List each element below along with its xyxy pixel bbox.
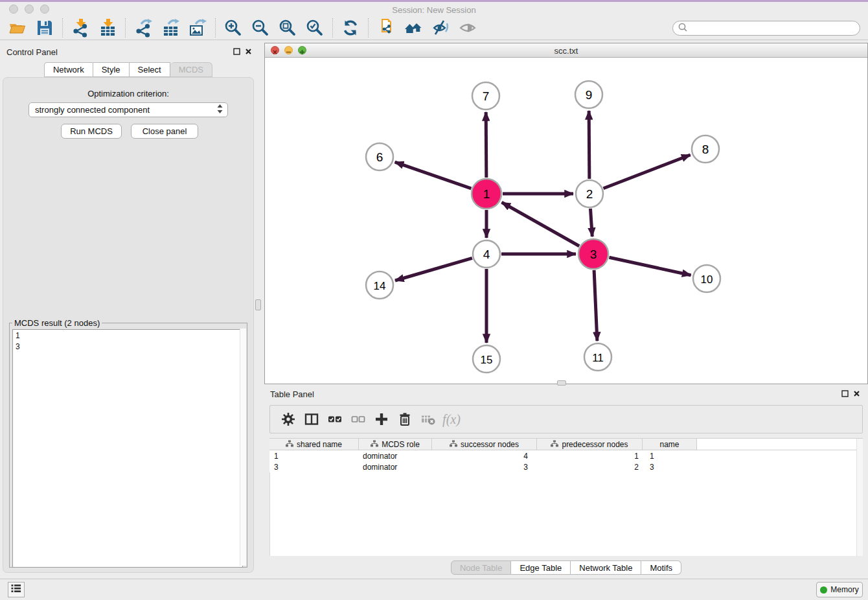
export-network-icon[interactable] [132, 17, 154, 39]
zoom-fit-icon[interactable] [277, 17, 299, 39]
graph-edge-1-7[interactable] [486, 112, 486, 178]
vertical-splitter-handle[interactable] [255, 299, 261, 310]
graph-edge-4-14[interactable] [395, 258, 472, 281]
hide-graphics-icon[interactable] [429, 17, 451, 39]
graph-node-11[interactable]: 11 [584, 343, 611, 371]
graph-edge-3-11[interactable] [594, 270, 597, 341]
zoom-out-icon[interactable] [249, 17, 271, 39]
function-builder-icon[interactable]: f(x) [440, 410, 463, 429]
cell-shared-name[interactable]: 3 [269, 461, 359, 472]
cell-name[interactable]: 3 [643, 461, 697, 472]
tab-mcds[interactable]: MCDS [170, 62, 212, 77]
close-panel-icon[interactable] [244, 47, 253, 56]
float-panel-icon[interactable] [233, 47, 241, 56]
memory-button[interactable]: Memory [816, 582, 863, 597]
tab-select[interactable]: Select [130, 62, 170, 77]
split-view-icon[interactable] [300, 410, 323, 429]
svg-text:15: 15 [481, 354, 493, 366]
tab-node-table[interactable]: Node Table [451, 560, 512, 575]
delete-column-icon[interactable] [417, 410, 440, 429]
cell-MCDS-role[interactable]: dominator [359, 461, 432, 472]
node-table: shared nameMCDS rolesuccessor nodesprede… [269, 438, 863, 472]
gear-icon[interactable] [277, 410, 300, 429]
column-header-label: shared name [297, 440, 342, 449]
save-icon[interactable] [34, 17, 56, 39]
function-builder-icon[interactable]: f(x) [442, 412, 461, 427]
table-row[interactable]: 1dominator411 [269, 450, 863, 461]
graph-node-7[interactable]: 7 [472, 82, 499, 110]
graph-node-8[interactable]: 8 [692, 135, 719, 163]
cell-successor-nodes[interactable]: 3 [432, 461, 537, 472]
close-panel-button[interactable]: Close panel [131, 124, 198, 139]
task-history-button[interactable] [8, 582, 25, 597]
close-table-panel-icon[interactable] [852, 389, 861, 398]
graph-node-14[interactable]: 14 [366, 271, 393, 299]
float-table-panel-icon[interactable] [841, 389, 849, 398]
svg-text:6: 6 [376, 150, 383, 164]
toolbar-separator [125, 18, 126, 38]
export-table-icon[interactable] [159, 17, 181, 39]
network-window-titlebar[interactable]: scc.txt [265, 43, 867, 58]
toolbar-separator [215, 18, 216, 38]
column-header-label: successor nodes [461, 440, 519, 449]
column-header-MCDS-role[interactable]: MCDS role [359, 439, 432, 450]
graph-node-9[interactable]: 9 [575, 81, 602, 108]
graph-edge-2-3[interactable] [590, 209, 592, 237]
delete-rows-icon[interactable] [393, 410, 417, 429]
cell-successor-nodes[interactable]: 4 [432, 450, 537, 461]
cell-shared-name[interactable]: 1 [269, 450, 359, 461]
tab-motifs[interactable]: Motifs [641, 560, 681, 575]
column-header-name[interactable]: name [643, 439, 697, 450]
network-canvas[interactable]: 7968124314101511 [265, 58, 867, 384]
result-scrollbar[interactable] [240, 329, 246, 566]
graph-edge-2-8[interactable] [603, 155, 690, 189]
graph-node-15[interactable]: 15 [473, 345, 500, 373]
svg-text:1: 1 [483, 187, 490, 201]
column-header-successor-nodes[interactable]: successor nodes [432, 439, 537, 450]
graph-node-6[interactable]: 6 [366, 143, 393, 170]
graph-node-2[interactable]: 2 [576, 180, 603, 207]
graph-node-4[interactable]: 4 [473, 240, 500, 268]
cell-MCDS-role[interactable]: dominator [359, 450, 432, 461]
graph-edge-3-1[interactable] [502, 202, 580, 246]
add-column-icon[interactable] [370, 410, 393, 429]
deselect-all-checkboxes-icon[interactable] [347, 410, 370, 429]
table-panel-header: Table Panel [264, 384, 868, 402]
graph-node-10[interactable]: 10 [693, 265, 720, 292]
cell-predecessor-nodes[interactable]: 2 [537, 461, 643, 472]
graph-node-1[interactable]: 1 [472, 179, 501, 209]
graph-edge-2-9[interactable] [589, 111, 589, 179]
tab-network[interactable]: Network [44, 62, 93, 77]
graph-edge-1-6[interactable] [395, 162, 472, 189]
home-icon[interactable] [402, 17, 424, 39]
optimization-criterion-dropdown[interactable]: strongly connected component [29, 102, 228, 117]
column-header-predecessor-nodes[interactable]: predecessor nodes [537, 439, 643, 450]
run-mcds-button[interactable]: Run MCDS [61, 124, 122, 139]
graph-node-3[interactable]: 3 [578, 239, 608, 269]
select-all-checkboxes-icon[interactable] [323, 410, 347, 429]
tab-network-table[interactable]: Network Table [571, 560, 641, 575]
app-titlebar: Session: New Session [0, 2, 868, 16]
zoom-in-icon[interactable] [222, 17, 244, 39]
column-header-shared-name[interactable]: shared name [269, 439, 359, 450]
tab-style[interactable]: Style [93, 62, 130, 77]
import-table-icon[interactable] [97, 17, 119, 39]
show-graphics-icon[interactable] [457, 17, 479, 39]
graph-edge-3-10[interactable] [609, 257, 691, 275]
cell-name[interactable]: 1 [643, 450, 697, 461]
open-folder-icon[interactable] [6, 17, 29, 39]
mcds-result-list[interactable]: 1 3 [12, 329, 243, 568]
table-row[interactable]: 3dominator323 [269, 461, 863, 472]
export-image-icon[interactable] [187, 17, 209, 39]
svg-text:14: 14 [374, 280, 386, 292]
zoom-selected-icon[interactable] [304, 17, 326, 39]
refresh-icon[interactable] [339, 17, 361, 39]
mcds-result-fieldset: MCDS result (2 nodes) 1 3 [9, 318, 247, 568]
control-panel-title: Control Panel [6, 47, 58, 57]
table-scrollbar[interactable] [856, 439, 863, 556]
import-network-icon[interactable] [69, 17, 91, 39]
cell-predecessor-nodes[interactable]: 1 [537, 450, 643, 461]
search-input[interactable] [688, 23, 860, 34]
clone-network-icon[interactable] [375, 17, 397, 39]
tab-edge-table[interactable]: Edge Table [511, 560, 571, 575]
